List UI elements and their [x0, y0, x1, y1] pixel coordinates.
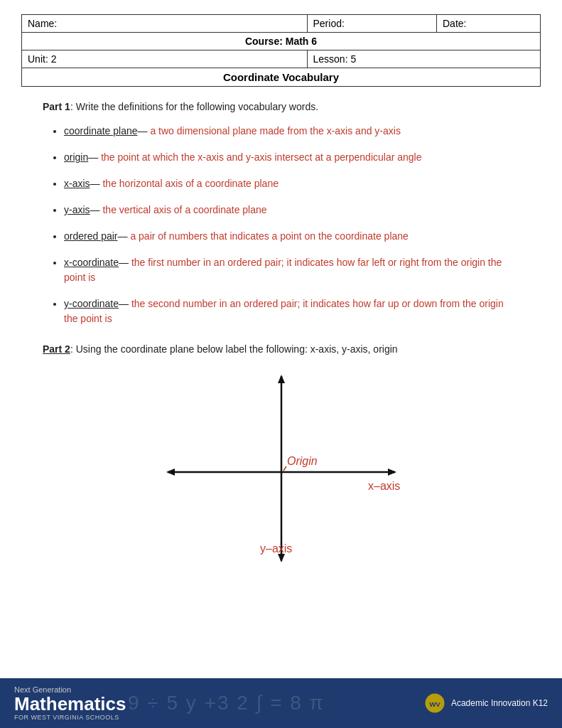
name-label: Name: [28, 18, 57, 29]
dash-2: — [90, 178, 100, 189]
list-item: x-axis— the horizontal axis of a coordin… [64, 176, 519, 191]
vocab-list: coordinate plane— a two dimensional plan… [43, 124, 519, 326]
part2-label: Part 2 [43, 343, 70, 355]
def-y-axis: the vertical axis of a coordinate plane [100, 204, 267, 215]
list-item: coordinate plane— a two dimensional plan… [64, 124, 519, 139]
x-axis-label: x–axis [368, 480, 400, 492]
unit-cell: Unit: 2 [22, 50, 308, 68]
x-arrow-left [166, 469, 175, 476]
dash-5: — [119, 257, 129, 268]
main-content: Part 1: Write the definitions for the fo… [43, 101, 519, 568]
def-y-coordinate: the second number in an ordered pair; it… [64, 298, 504, 324]
dash-0: — [138, 125, 148, 136]
worksheet-title: Coordinate Vocabulary [223, 71, 339, 83]
part1-intro: Part 1: Write the definitions for the fo… [43, 101, 519, 112]
footer-math-title: Mathematics [14, 694, 126, 714]
course-cell: Course: Math 6 [22, 33, 541, 50]
x-arrow-right [388, 469, 396, 476]
footer: 9 ÷ 5 y +3 2 ∫ = 8 π Next Generation Mat… [0, 678, 562, 728]
term-y-coordinate: y-coordinate [64, 298, 119, 309]
def-ordered-pair: a pair of numbers that indicates a point… [128, 230, 409, 242]
footer-bg-symbols: 9 ÷ 5 y +3 2 ∫ = 8 π [128, 678, 420, 728]
list-item: origin— the point at which the x-axis an… [64, 150, 519, 165]
footer-right: WV Academic Innovation K12 [424, 692, 548, 714]
period-label: Period: [313, 18, 345, 29]
term-x-coordinate: x-coordinate [64, 257, 119, 268]
coord-plane-container: Origin x–axis y–axis [43, 369, 519, 568]
date-label: Date: [443, 18, 466, 29]
svg-text:WV: WV [429, 700, 441, 708]
term-x-axis: x-axis [64, 178, 90, 189]
coordinate-plane-svg: Origin x–axis y–axis [161, 369, 402, 568]
part1-label: Part 1 [43, 101, 70, 112]
part2-intro-text: : Using the coordinate plane below label… [70, 343, 398, 355]
dash-6: — [119, 298, 129, 309]
y-axis-label: y–axis [260, 542, 292, 555]
dash-3: — [90, 204, 100, 215]
footer-left: Next Generation Mathematics FOR WEST VIR… [14, 685, 126, 722]
origin-pointer [283, 466, 286, 471]
def-coordinate-plane: a two dimensional plane made from the x-… [148, 125, 401, 136]
header-table: Name: Period: Date: Course: Math 6 Unit:… [21, 14, 541, 87]
y-arrow-down [278, 554, 285, 562]
list-item: y-coordinate— the second number in an or… [64, 296, 519, 326]
list-item: x-coordinate— the first number in an ord… [64, 255, 519, 285]
lesson-label: Lesson: 5 [313, 53, 357, 65]
term-origin: origin [64, 151, 88, 163]
title-cell: Coordinate Vocabulary [22, 68, 541, 87]
name-cell: Name: [22, 15, 308, 33]
y-arrow-up [278, 375, 285, 383]
origin-label: Origin [287, 455, 318, 467]
footer-right-label: Academic Innovation K12 [451, 698, 548, 708]
dash-1: — [88, 151, 98, 163]
list-item: ordered pair— a pair of numbers that ind… [64, 229, 519, 244]
footer-wv-label: FOR WEST VIRGINIA SCHOOLS [14, 714, 126, 721]
term-y-axis: y-axis [64, 204, 90, 215]
period-cell: Period: [307, 15, 437, 33]
part2-intro: Part 2: Using the coordinate plane below… [43, 343, 519, 355]
def-x-axis: the horizontal axis of a coordinate plan… [100, 178, 279, 189]
def-origin: the point at which the x-axis and y-axis… [98, 151, 421, 163]
part1-intro-text: : Write the definitions for the followin… [70, 101, 318, 112]
def-x-coordinate: the first number in an ordered pair; it … [64, 257, 502, 283]
wv-logo-icon: WV [424, 692, 445, 714]
lesson-cell: Lesson: 5 [307, 50, 541, 68]
footer-next-gen: Next Generation [14, 685, 126, 694]
unit-label: Unit: 2 [28, 53, 56, 65]
list-item: y-axis— the vertical axis of a coordinat… [64, 203, 519, 218]
dash-4: — [118, 230, 128, 242]
date-cell: Date: [437, 15, 541, 33]
term-coordinate-plane: coordinate plane [64, 125, 138, 136]
part2-section: Part 2: Using the coordinate plane below… [43, 343, 519, 568]
course-label: Course: Math 6 [245, 36, 317, 47]
term-ordered-pair: ordered pair [64, 230, 118, 242]
